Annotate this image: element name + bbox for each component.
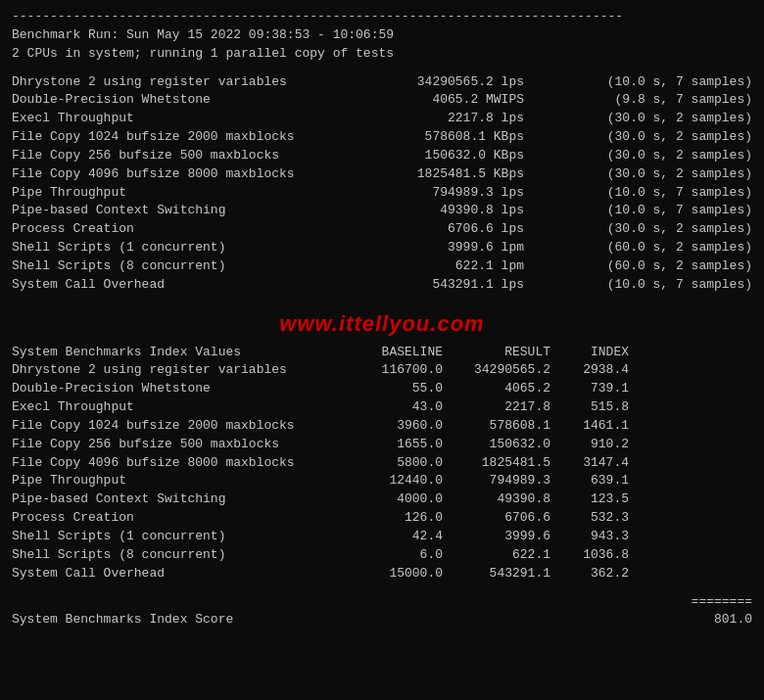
- bench-samples: (30.0 s, 2 samples): [576, 147, 752, 165]
- index-header-index: INDEX: [550, 344, 629, 362]
- bench-value: 622.1 lpm: [397, 257, 524, 276]
- index-row-label: File Copy 1024 bufsize 2000 maxblocks: [12, 417, 345, 436]
- index-row-baseline: 1655.0: [345, 436, 443, 454]
- bench-samples: (10.0 s, 7 samples): [576, 73, 752, 92]
- index-row-baseline: 43.0: [345, 398, 443, 417]
- index-row-baseline: 126.0: [345, 509, 443, 528]
- terminal-window: ----------------------------------------…: [12, 8, 752, 630]
- index-row-result: 578608.1: [443, 417, 550, 436]
- index-row-index: 739.1: [550, 380, 629, 398]
- benchmark-row: Shell Scripts (1 concurrent) 3999.6 lpm …: [12, 239, 752, 257]
- benchmark-row: File Copy 1024 bufsize 2000 maxblocks 57…: [12, 128, 752, 147]
- bench-value: 794989.3 lps: [397, 184, 524, 203]
- index-row-label: File Copy 256 bufsize 500 maxblocks: [12, 436, 345, 454]
- index-row-baseline: 42.4: [345, 528, 443, 546]
- index-data-row: File Copy 1024 bufsize 2000 maxblocks 39…: [12, 417, 752, 436]
- bench-samples: (10.0 s, 7 samples): [576, 202, 752, 220]
- bench-value: 543291.1 lps: [397, 276, 524, 295]
- index-row-index: 910.2: [550, 436, 629, 454]
- bench-label: Process Creation: [12, 220, 345, 239]
- bench-value: 2217.8 lps: [397, 110, 524, 128]
- bench-label: System Call Overhead: [12, 276, 345, 295]
- index-row-result: 2217.8: [443, 398, 550, 417]
- index-row-result: 4065.2: [443, 380, 550, 398]
- index-row-result: 1825481.5: [443, 454, 550, 473]
- equals-line: ========: [12, 593, 752, 612]
- index-row-result: 543291.1: [443, 565, 550, 583]
- index-row-label: Process Creation: [12, 509, 345, 528]
- index-row-index: 532.3: [550, 509, 629, 528]
- bench-value: 150632.0 KBps: [397, 147, 524, 165]
- bench-label: Dhrystone 2 using register variables: [12, 73, 345, 92]
- benchmark-row: Execl Throughput 2217.8 lps (30.0 s, 2 s…: [12, 110, 752, 128]
- bench-samples: (30.0 s, 2 samples): [576, 110, 752, 128]
- bench-value: 34290565.2 lps: [397, 73, 524, 92]
- index-header-label: System Benchmarks Index Values: [12, 344, 345, 362]
- bench-label: File Copy 256 bufsize 500 maxblocks: [12, 147, 345, 165]
- final-score-label: System Benchmarks Index Score: [12, 611, 233, 630]
- index-section: System Benchmarks Index Values BASELINE …: [12, 344, 752, 583]
- index-row-baseline: 3960.0: [345, 417, 443, 436]
- bench-label: Shell Scripts (1 concurrent): [12, 239, 345, 257]
- bench-value: 49390.8 lps: [397, 202, 524, 220]
- bench-samples: (60.0 s, 2 samples): [576, 257, 752, 276]
- bench-label: Shell Scripts (8 concurrent): [12, 257, 345, 276]
- index-data-row: Shell Scripts (1 concurrent) 42.4 3999.6…: [12, 528, 752, 546]
- index-row-label: File Copy 4096 bufsize 8000 maxblocks: [12, 454, 345, 473]
- index-data-row: Double-Precision Whetstone 55.0 4065.2 7…: [12, 380, 752, 398]
- bench-samples: (30.0 s, 2 samples): [576, 165, 752, 184]
- benchmark-row: Pipe Throughput 794989.3 lps (10.0 s, 7 …: [12, 184, 752, 203]
- index-row-baseline: 12440.0: [345, 472, 443, 490]
- index-row-label: Double-Precision Whetstone: [12, 380, 345, 398]
- index-row-baseline: 15000.0: [345, 565, 443, 583]
- index-row-index: 639.1: [550, 472, 629, 490]
- bench-label: File Copy 1024 bufsize 2000 maxblocks: [12, 128, 345, 147]
- index-row-index: 123.5: [550, 490, 629, 509]
- bench-value: 1825481.5 KBps: [397, 165, 524, 184]
- index-row-baseline: 6.0: [345, 546, 443, 565]
- index-header-baseline: BASELINE: [345, 344, 443, 362]
- index-row-result: 794989.3: [443, 472, 550, 490]
- index-row-index: 3147.4: [550, 454, 629, 473]
- bench-label: Pipe-based Context Switching: [12, 202, 345, 220]
- index-data-row: File Copy 256 bufsize 500 maxblocks 1655…: [12, 436, 752, 454]
- index-row-index: 515.8: [550, 398, 629, 417]
- bench-value: 578608.1 KBps: [397, 128, 524, 147]
- index-row-label: Dhrystone 2 using register variables: [12, 361, 345, 380]
- index-row-baseline: 55.0: [345, 380, 443, 398]
- index-header-result: RESULT: [443, 344, 550, 362]
- final-score-row: System Benchmarks Index Score 801.0: [12, 611, 752, 630]
- benchmark-row: Shell Scripts (8 concurrent) 622.1 lpm (…: [12, 257, 752, 276]
- bench-samples: (30.0 s, 2 samples): [576, 128, 752, 147]
- index-data-row: Pipe-based Context Switching 4000.0 4939…: [12, 490, 752, 509]
- header-line2: 2 CPUs in system; running 1 parallel cop…: [12, 45, 752, 64]
- benchmark-section: Dhrystone 2 using register variables 342…: [12, 73, 752, 295]
- index-data-row: File Copy 4096 bufsize 8000 maxblocks 58…: [12, 454, 752, 473]
- index-data-row: Shell Scripts (8 concurrent) 6.0 622.1 1…: [12, 546, 752, 565]
- index-row-label: Shell Scripts (1 concurrent): [12, 528, 345, 546]
- bench-value: 3999.6 lpm: [397, 239, 524, 257]
- index-row-result: 622.1: [443, 546, 550, 565]
- index-row-index: 1036.8: [550, 546, 629, 565]
- benchmark-row: Pipe-based Context Switching 49390.8 lps…: [12, 202, 752, 220]
- index-row-label: Pipe-based Context Switching: [12, 490, 345, 509]
- benchmark-row: System Call Overhead 543291.1 lps (10.0 …: [12, 276, 752, 295]
- index-data-row: Process Creation 126.0 6706.6 532.3: [12, 509, 752, 528]
- index-data-row: System Call Overhead 15000.0 543291.1 36…: [12, 565, 752, 583]
- index-row-result: 6706.6: [443, 509, 550, 528]
- final-score-value: 801.0: [674, 611, 752, 630]
- separator-top: ----------------------------------------…: [12, 8, 752, 26]
- bench-samples: (60.0 s, 2 samples): [576, 239, 752, 257]
- index-row-baseline: 4000.0: [345, 490, 443, 509]
- bench-label: Pipe Throughput: [12, 184, 345, 203]
- index-row-result: 150632.0: [443, 436, 550, 454]
- index-row-label: Shell Scripts (8 concurrent): [12, 546, 345, 565]
- bench-samples: (9.8 s, 7 samples): [576, 91, 752, 110]
- benchmark-row: Dhrystone 2 using register variables 342…: [12, 73, 752, 92]
- index-row-baseline: 5800.0: [345, 454, 443, 473]
- index-row-result: 3999.6: [443, 528, 550, 546]
- bench-samples: (10.0 s, 7 samples): [576, 276, 752, 295]
- index-row-label: Execl Throughput: [12, 398, 345, 417]
- benchmark-row: Process Creation 6706.6 lps (30.0 s, 2 s…: [12, 220, 752, 239]
- index-row-result: 49390.8: [443, 490, 550, 509]
